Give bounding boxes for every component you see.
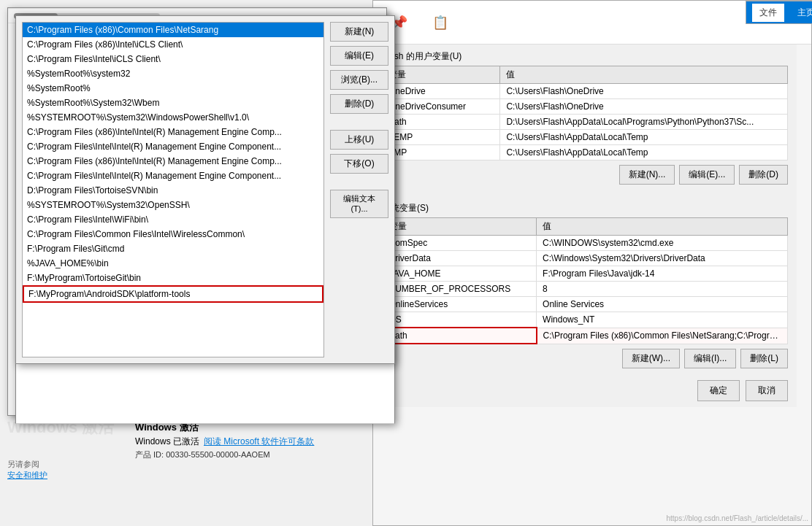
path-list-item[interactable]: C:\Program Files\Intel\iCLS Client\: [23, 52, 323, 66]
path-list-item[interactable]: F:\MyProgram\AndroidSDK\platform-tools: [23, 285, 323, 303]
sys-new-btn[interactable]: 新建(W)...: [622, 349, 680, 368]
env-ok-btn[interactable]: 确定: [697, 380, 740, 401]
sys-var-value: C:\Program Files (x86)\Common Files\NetS…: [537, 328, 788, 344]
user-var-value: C:\Users\Flash\AppData\Local\Temp: [500, 145, 788, 160]
system-variables-section: 系统变量(S) 变量 值 ComSpecC:\WINDOWS\system32\…: [373, 196, 797, 374]
sys-delete-btn[interactable]: 删除(L): [740, 349, 788, 368]
path-list-item[interactable]: F:\Program Files\Git\cmd: [23, 241, 323, 256]
user-var-value: C:\Users\Flash\AppData\Local\Temp: [500, 130, 788, 145]
user-var-row[interactable]: TMPC:\Users\Flash\AppData\Local\Temp: [383, 145, 788, 160]
user-section-title: Flash 的用户变量(U): [382, 50, 788, 63]
security-link[interactable]: 安全和维护: [7, 470, 47, 481]
user-variables-section: Flash 的用户变量(U) 变量 值 OneDriveC:\Users\Fla…: [373, 45, 797, 190]
sys-var-row[interactable]: ComSpecC:\WINDOWS\system32\cmd.exe: [383, 236, 788, 251]
path-list-item[interactable]: %SystemRoot%\System32\Wbem: [23, 96, 323, 110]
path-buttons-panel: 新建(N) 编辑(E) 浏览(B)... 删除(D) 上移(U) 下移(O) 编…: [330, 22, 388, 357]
delete-path-btn[interactable]: 删除(D): [330, 94, 388, 114]
env-variables-dialog: Flash 的用户变量(U) 变量 值 OneDriveC:\Users\Fla…: [373, 45, 797, 407]
sys-vars-buttons: 新建(W)... 编辑(I)... 删除(L): [382, 349, 788, 368]
new-path-btn[interactable]: 新建(N): [330, 22, 388, 42]
path-list-item[interactable]: C:\Program Files (x86)\Intel\Intel(R) Ma…: [23, 125, 323, 139]
win-activated-row: Windows 已激活 阅读 Microsoft 软件许可条款: [135, 436, 314, 448]
edit-env-dialog: 编辑环境变量 × C:\Program Files (x86)\Common F…: [7, 7, 387, 416]
move-up-btn[interactable]: 上移(U): [330, 130, 388, 150]
path-list[interactable]: C:\Program Files (x86)\Common Files\NetS…: [22, 22, 324, 357]
url-watermark: https://blog.csdn.net/Flash_/article/det…: [666, 514, 808, 522]
user-col-var: 变量: [383, 66, 500, 84]
user-var-name: TEMP: [383, 130, 500, 145]
path-list-item[interactable]: C:\Program Files (x86)\Intel\iCLS Client…: [23, 37, 323, 52]
user-var-row[interactable]: OneDriveConsumerC:\Users\Flash\OneDrive: [383, 99, 788, 115]
path-list-item[interactable]: F:\MyProgram\TortoiseGit\bin: [23, 271, 323, 285]
sys-edit-btn[interactable]: 编辑(I)...: [684, 349, 736, 368]
path-list-item[interactable]: C:\Program Files\Intel\WiFi\bin\: [23, 212, 323, 227]
sys-var-row[interactable]: OSWindows_NT: [383, 312, 788, 328]
user-new-btn[interactable]: 新建(N)...: [619, 165, 675, 185]
sys-var-name: JAVA_HOME: [383, 266, 537, 282]
move-down-btn[interactable]: 下移(O): [330, 154, 388, 174]
sys-var-value: Online Services: [537, 297, 788, 312]
path-list-item[interactable]: %SystemRoot%\system32: [23, 66, 323, 81]
sys-var-row[interactable]: OnlineServicesOnline Services: [383, 297, 788, 312]
sys-var-value: F:\Program Files\Java\jdk-14: [537, 266, 788, 282]
sys-var-row[interactable]: JAVA_HOMEF:\Program Files\Java\jdk-14: [383, 266, 788, 282]
user-var-value: D:\Users\Flash\AppData\Local\Programs\Py…: [500, 115, 788, 130]
edit-path-btn[interactable]: 编辑(E): [330, 46, 388, 66]
sys-col-var: 变量: [383, 218, 537, 236]
sys-var-row[interactable]: PathC:\Program Files (x86)\Common Files\…: [383, 328, 788, 344]
user-variables-table: 变量 值 OneDriveC:\Users\Flash\OneDriveOneD…: [382, 66, 788, 160]
path-list-item[interactable]: C:\Program Files\Intel\Intel(R) Manageme…: [23, 139, 323, 154]
path-list-item[interactable]: C:\Program Files\Common Files\Intel\Wire…: [23, 227, 323, 241]
path-list-item[interactable]: C:\Program Files\Intel\Intel(R) Manageme…: [23, 169, 323, 183]
sys-var-value: C:\Windows\System32\Drivers\DriverData: [537, 251, 788, 266]
also-see-section: 另请参阅 安全和维护: [7, 459, 47, 481]
user-var-row[interactable]: OneDriveC:\Users\Flash\OneDrive: [383, 84, 788, 99]
sys-var-value: Windows_NT: [537, 312, 788, 328]
path-list-item[interactable]: %SYSTEMROOT%\System32\OpenSSH\: [23, 198, 323, 212]
user-vars-buttons: 新建(N)... 编辑(E)... 删除(D): [382, 165, 788, 185]
browse-path-btn[interactable]: 浏览(B)...: [330, 70, 388, 90]
user-delete-btn[interactable]: 删除(D): [739, 165, 788, 185]
user-col-val: 值: [500, 66, 788, 84]
sys-var-value: 8: [537, 282, 788, 297]
path-list-item[interactable]: %SYSTEMROOT%\System32\WindowsPowerShell\…: [23, 110, 323, 125]
copy-btn[interactable]: 📋: [426, 11, 455, 34]
system-properties-window: 系统属性 ─ □ 文件 主页 📌 📋 Flash 的用户变量(U) 变量 值: [372, 0, 812, 526]
system-variables-table: 变量 值 ComSpecC:\WINDOWS\system32\cmd.exeD…: [382, 217, 788, 344]
user-var-name: Path: [383, 115, 500, 130]
sys-var-row[interactable]: DriverDataC:\Windows\System32\Drivers\Dr…: [383, 251, 788, 266]
user-var-name: OneDrive: [383, 84, 500, 99]
ribbon-bar: 文件 主页: [746, 1, 812, 24]
user-var-row[interactable]: TEMPC:\Users\Flash\AppData\Local\Temp: [383, 130, 788, 145]
user-edit-btn[interactable]: 编辑(E)...: [679, 165, 735, 185]
sys-var-name: ComSpec: [383, 236, 537, 251]
sys-var-row[interactable]: NUMBER_OF_PROCESSORS8: [383, 282, 788, 297]
product-id: 产品 ID: 00330-55500-00000-AAOEM: [135, 449, 314, 460]
sys-var-name: NUMBER_OF_PROCESSORS: [383, 282, 537, 297]
path-list-item[interactable]: D:\Program Files\TortoiseSVN\bin: [23, 183, 323, 198]
sys-var-name: OS: [383, 312, 537, 328]
sys-var-name: Path: [383, 328, 537, 344]
path-list-item[interactable]: %SystemRoot%: [23, 81, 323, 96]
env-cancel-btn[interactable]: 取消: [746, 380, 788, 401]
sys-var-name: OnlineServices: [383, 297, 537, 312]
sys-col-val: 值: [537, 218, 788, 236]
copy-icon: 📋: [432, 14, 449, 31]
path-list-item[interactable]: %JAVA_HOME%\bin: [23, 256, 323, 271]
edit-text-btn[interactable]: 编辑文本(T)...: [330, 190, 388, 218]
ribbon-tab-home[interactable]: 主页: [790, 4, 812, 22]
user-var-row[interactable]: PathD:\Users\Flash\AppData\Local\Program…: [383, 115, 788, 130]
user-var-value: C:\Users\Flash\OneDrive: [500, 99, 788, 115]
sys-var-value: C:\WINDOWS\system32\cmd.exe: [537, 236, 788, 251]
ribbon-tab-file[interactable]: 文件: [752, 4, 784, 22]
system-section-title: 系统变量(S): [382, 202, 788, 214]
path-list-item[interactable]: C:\Program Files (x86)\Intel\Intel(R) Ma…: [23, 154, 323, 169]
path-list-item[interactable]: C:\Program Files (x86)\Common Files\NetS…: [23, 23, 323, 37]
win-activated-label: Windows 已激活: [135, 436, 199, 448]
win-activate-section: Windows 激活 Windows 已激活 阅读 Microsoft 软件许可…: [135, 421, 314, 460]
sys-var-name: DriverData: [383, 251, 537, 266]
read-more-link[interactable]: 阅读 Microsoft 软件许可条款: [204, 436, 314, 448]
also-see-label: 另请参阅: [7, 459, 47, 470]
user-var-name: TMP: [383, 145, 500, 160]
user-var-name: OneDriveConsumer: [383, 99, 500, 115]
